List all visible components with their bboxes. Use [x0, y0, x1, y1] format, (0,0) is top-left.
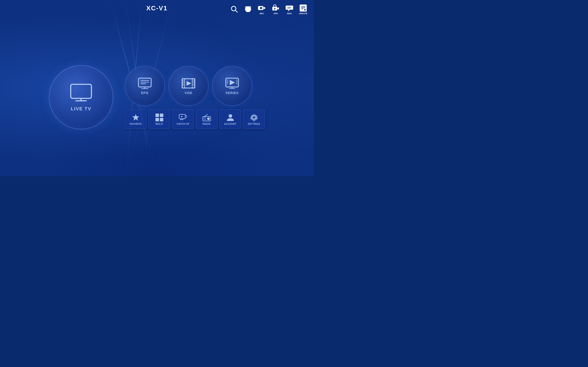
svg-rect-12	[275, 9, 275, 10]
multi-button[interactable]: MULTI	[148, 109, 170, 129]
header: XC-V1 REC	[0, 0, 314, 18]
update-icon[interactable]: UPDATE	[297, 3, 309, 15]
account-button[interactable]: ACCOUNT	[219, 109, 241, 129]
svg-marker-8	[263, 6, 266, 9]
svg-rect-58	[155, 118, 159, 121]
svg-rect-15	[300, 4, 307, 11]
msg-icon[interactable]: MSG	[284, 3, 295, 15]
favorite-label: FAVORITE	[130, 123, 142, 125]
multi-label: MULTI	[156, 123, 163, 125]
favorite-button[interactable]: FAVORITE	[125, 109, 147, 129]
svg-rect-57	[160, 113, 163, 117]
radio-button[interactable]: RADIO	[196, 109, 217, 129]
alarm-icon[interactable]	[242, 3, 254, 15]
svg-rect-23	[138, 78, 151, 87]
settings-button[interactable]: SETTINGS	[243, 109, 265, 129]
svg-rect-20	[71, 84, 91, 98]
top-circles: EPG	[125, 66, 265, 106]
catchup-button[interactable]: CATCH UP	[172, 109, 194, 129]
svg-rect-9	[260, 7, 262, 9]
settings-label: SETTINGS	[248, 123, 260, 125]
update-label: UPDATE	[299, 12, 307, 15]
series-button[interactable]: SERIES	[212, 66, 252, 106]
live-tv-button[interactable]: LIVE TV	[49, 65, 113, 129]
main-content: LIVE TV EPG	[0, 18, 314, 176]
account-label: ACCOUNT	[224, 123, 237, 125]
epg-label: EPG	[141, 91, 149, 95]
msg-label: MSG	[287, 12, 292, 15]
epg-button[interactable]: EPG	[125, 66, 165, 106]
svg-point-73	[253, 116, 255, 119]
svg-marker-55	[132, 114, 139, 120]
svg-marker-61	[181, 116, 183, 117]
header-icons: REC VPN MSG	[228, 3, 309, 15]
svg-rect-59	[160, 118, 163, 121]
svg-line-1	[235, 10, 237, 12]
search-icon[interactable]	[228, 3, 240, 15]
series-label: SERIES	[225, 91, 239, 95]
svg-marker-52	[230, 81, 234, 84]
svg-marker-42	[187, 82, 190, 85]
vod-label: VOD	[185, 91, 192, 95]
svg-point-67	[207, 117, 209, 120]
app-title: XC-V1	[146, 5, 167, 12]
vpn-icon[interactable]: VPN	[270, 3, 282, 15]
catchup-label: CATCH UP	[177, 123, 189, 125]
svg-rect-56	[155, 113, 159, 117]
radio-label: RADIO	[203, 123, 211, 125]
bottom-buttons: FAVORITE MULTI	[125, 109, 265, 129]
live-tv-label: LIVE TV	[71, 106, 91, 111]
right-section: EPG	[125, 66, 265, 129]
svg-line-70	[204, 114, 208, 117]
svg-point-71	[229, 114, 232, 117]
record-icon[interactable]: REC	[256, 3, 268, 15]
vpn-label: VPN	[274, 12, 278, 15]
vod-button[interactable]: VOD	[168, 66, 208, 106]
record-label: REC	[259, 12, 264, 15]
